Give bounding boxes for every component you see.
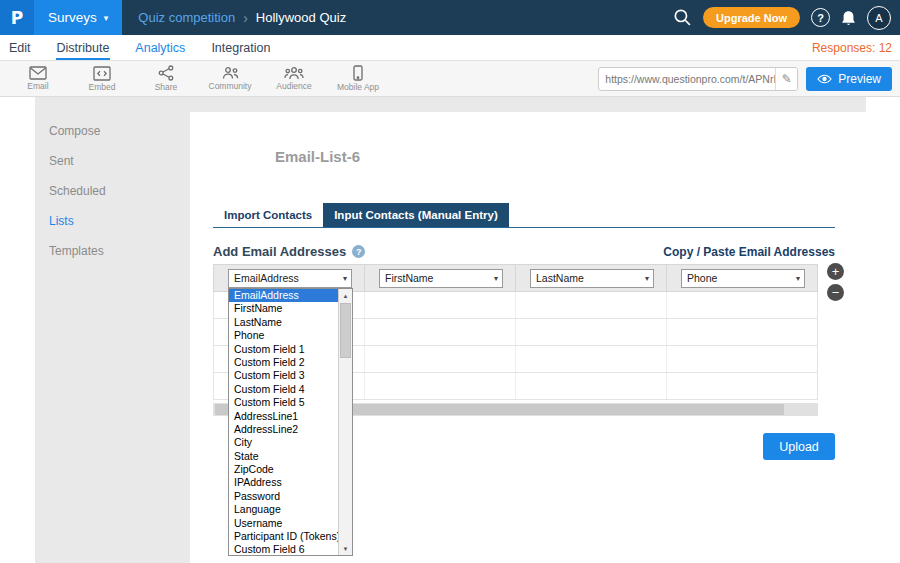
- dropdown-option[interactable]: Participant ID (Tokens): [229, 530, 338, 543]
- dropdown-option[interactable]: Language: [229, 503, 338, 516]
- mobile-app-icon: [353, 65, 363, 81]
- distribute-toolbar: Email Embed Share: [0, 61, 900, 97]
- dropdown-option[interactable]: EmailAddress: [229, 289, 338, 302]
- nav-item-analytics[interactable]: Analytics: [134, 35, 186, 60]
- remove-column-button[interactable]: −: [827, 284, 844, 301]
- toolbar-item-label: Email: [27, 81, 48, 91]
- dropdown-scrollbar[interactable]: ▲ ▼: [338, 289, 352, 555]
- dropdown-option[interactable]: Custom Field 4: [229, 383, 338, 396]
- lists-container: Compose Sent Scheduled Lists Templates E…: [35, 97, 866, 563]
- dropdown-option[interactable]: AddressLine1: [229, 410, 338, 423]
- sidebar-item-lists[interactable]: Lists: [35, 206, 190, 236]
- dropdown-option[interactable]: Custom Field 1: [229, 343, 338, 356]
- dropdown-option[interactable]: Password: [229, 490, 338, 503]
- table-cell[interactable]: [516, 292, 667, 318]
- column-select-2[interactable]: FirstName ▾: [379, 269, 503, 288]
- table-cell[interactable]: [516, 346, 667, 372]
- nav-item-edit[interactable]: Edit: [8, 35, 32, 60]
- upgrade-now-button[interactable]: Upgrade Now: [703, 7, 800, 28]
- scroll-up-icon[interactable]: ▲: [339, 289, 352, 302]
- breadcrumb-parent[interactable]: Quiz competition: [138, 10, 235, 25]
- dropdown-option[interactable]: Custom Field 3: [229, 369, 338, 382]
- section-title: Add Email Addresses: [213, 244, 346, 259]
- table-cell[interactable]: [365, 373, 516, 399]
- toolbar-item-embed[interactable]: Embed: [70, 62, 134, 96]
- avatar[interactable]: A: [867, 6, 891, 30]
- nav-item-integration[interactable]: Integration: [210, 35, 271, 60]
- table-cell[interactable]: [365, 292, 516, 318]
- dropdown-option[interactable]: FirstName: [229, 302, 338, 315]
- dropdown-option[interactable]: ZipCode: [229, 463, 338, 476]
- toolbar-item-community[interactable]: Community: [198, 62, 262, 96]
- column-select-value: FirstName: [385, 272, 433, 284]
- toolbar-item-label: Community: [209, 81, 252, 91]
- nav-item-distribute[interactable]: Distribute: [56, 35, 111, 60]
- toolbar-item-email[interactable]: Email: [6, 62, 70, 96]
- dropdown-scrollbar-thumb[interactable]: [340, 303, 351, 358]
- preview-button[interactable]: Preview: [806, 67, 892, 91]
- chevron-down-icon: ▾: [343, 274, 347, 283]
- contacts-tabs: Import Contacts Input Contacts (Manual E…: [213, 203, 835, 228]
- dropdown-option[interactable]: Username: [229, 517, 338, 530]
- copy-paste-emails-link[interactable]: Copy / Paste Email Addresses: [663, 245, 835, 259]
- dropdown-option[interactable]: Custom Field 2: [229, 356, 338, 369]
- bell-icon: [841, 10, 856, 26]
- questionpro-logo-icon[interactable]: P: [0, 0, 34, 35]
- share-icon: [158, 65, 174, 81]
- notifications-button[interactable]: [841, 10, 856, 26]
- dropdown-option[interactable]: Custom Field 5: [229, 396, 338, 409]
- toolbar-item-label: Embed: [89, 82, 116, 92]
- section-help-icon[interactable]: ?: [352, 245, 365, 258]
- breadcrumb: Quiz competition › Hollywood Quiz: [138, 10, 346, 26]
- column-field-dropdown: EmailAddress FirstName LastName Phone Cu…: [228, 288, 353, 556]
- edit-url-button[interactable]: ✎: [775, 68, 797, 90]
- upload-button[interactable]: Upload: [763, 433, 835, 460]
- dropdown-option[interactable]: LastName: [229, 316, 338, 329]
- toolbar-item-audience[interactable]: Audience: [262, 62, 326, 96]
- table-cell[interactable]: [365, 346, 516, 372]
- toolbar-item-label: Audience: [276, 81, 311, 91]
- column-select-4[interactable]: Phone ▾: [681, 269, 805, 288]
- header-cell: Phone ▾: [667, 265, 817, 291]
- add-column-button[interactable]: +: [827, 263, 844, 280]
- share-url-field[interactable]: https://www.questionpro.com/t/APNrFZ: [599, 73, 775, 85]
- column-select-value: LastName: [536, 272, 584, 284]
- dropdown-option[interactable]: AddressLine2: [229, 423, 338, 436]
- dropdown-option[interactable]: Custom Field 6: [229, 543, 338, 555]
- header-cell: LastName ▾: [516, 265, 667, 291]
- app-window: P Surveys ▾ Quiz competition › Hollywood…: [0, 0, 900, 563]
- section-title-group: Add Email Addresses ?: [213, 244, 365, 259]
- help-button[interactable]: ?: [811, 8, 830, 27]
- dropdown-option[interactable]: Phone: [229, 329, 338, 342]
- table-cell[interactable]: [667, 292, 817, 318]
- breadcrumb-separator-icon: ›: [243, 10, 248, 26]
- toolbar-item-mobile-app[interactable]: Mobile App: [326, 62, 390, 96]
- audience-icon: [284, 66, 304, 80]
- tab-input-contacts-manual[interactable]: Input Contacts (Manual Entry): [323, 203, 509, 227]
- chevron-down-icon: ▾: [645, 274, 649, 283]
- table-cell[interactable]: [516, 319, 667, 345]
- table-cell[interactable]: [667, 373, 817, 399]
- embed-icon: [93, 66, 111, 81]
- sidebar-item-scheduled[interactable]: Scheduled: [35, 176, 190, 206]
- sidebar-item-templates[interactable]: Templates: [35, 236, 190, 266]
- tab-import-contacts[interactable]: Import Contacts: [213, 203, 323, 227]
- surveys-menu[interactable]: Surveys ▾: [34, 0, 122, 35]
- column-select-1[interactable]: EmailAddress ▾: [228, 269, 352, 288]
- sidebar-item-sent[interactable]: Sent: [35, 146, 190, 176]
- search-button[interactable]: [673, 8, 692, 27]
- sidebar-item-compose[interactable]: Compose: [35, 116, 190, 146]
- table-cell[interactable]: [667, 346, 817, 372]
- dropdown-option[interactable]: State: [229, 450, 338, 463]
- table-cell[interactable]: [365, 319, 516, 345]
- table-cell[interactable]: [516, 373, 667, 399]
- dropdown-option[interactable]: IPAddress: [229, 476, 338, 489]
- search-icon: [673, 8, 692, 27]
- table-cell[interactable]: [667, 319, 817, 345]
- dropdown-option[interactable]: City: [229, 436, 338, 449]
- scroll-down-icon[interactable]: ▼: [339, 542, 352, 555]
- toolbar-item-share[interactable]: Share: [134, 62, 198, 96]
- column-select-3[interactable]: LastName ▾: [530, 269, 654, 288]
- responses-count[interactable]: Responses: 12: [812, 35, 892, 60]
- pencil-icon: ✎: [782, 72, 792, 86]
